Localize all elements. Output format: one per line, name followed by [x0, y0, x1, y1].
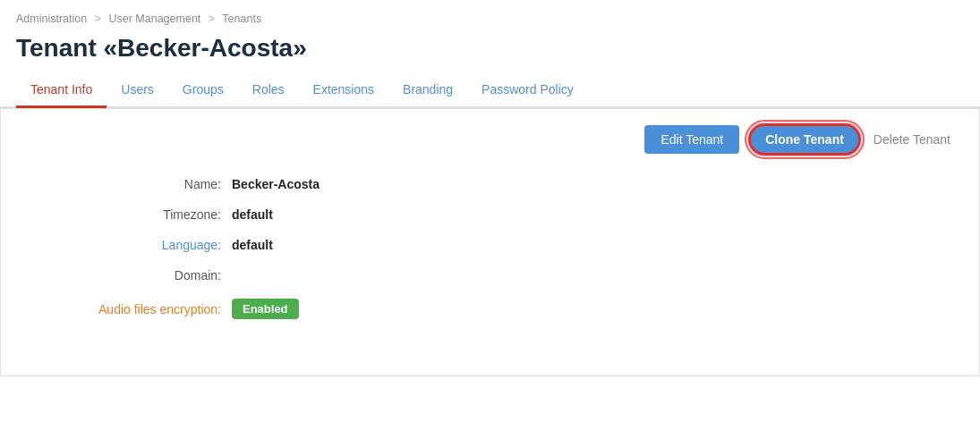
value-timezone: default	[232, 207, 273, 222]
info-table: Name: Becker-Acosta Timezone: default La…	[71, 177, 963, 319]
label-domain: Domain:	[71, 268, 232, 283]
label-audio-encryption: Audio files encryption:	[71, 302, 232, 316]
breadcrumb-user-mgmt[interactable]: User Management	[108, 13, 200, 25]
tab-password-policy[interactable]: Password Policy	[467, 73, 588, 108]
breadcrumb: Administration > User Management > Tenan…	[0, 0, 980, 30]
field-domain: Domain:	[71, 268, 963, 283]
field-audio-encryption: Audio files encryption: Enabled	[71, 299, 963, 319]
tab-groups[interactable]: Groups	[168, 73, 238, 108]
breadcrumb-sep-2: >	[209, 13, 215, 25]
delete-tenant-button[interactable]: Delete Tenant	[870, 125, 954, 154]
value-name: Becker-Acosta	[232, 177, 320, 191]
tab-branding[interactable]: Branding	[388, 73, 467, 108]
tab-roles[interactable]: Roles	[238, 73, 299, 108]
field-language: Language: default	[71, 238, 963, 252]
tab-extensions[interactable]: Extensions	[299, 73, 388, 108]
value-audio-encryption: Enabled	[232, 299, 299, 319]
field-timezone: Timezone: default	[71, 207, 963, 222]
breadcrumb-tenants[interactable]: Tenants	[222, 13, 261, 25]
label-name: Name:	[71, 177, 232, 191]
label-language: Language:	[71, 238, 232, 252]
page-title: Tenant «Becker-Acosta»	[0, 30, 980, 73]
tab-tenant-info[interactable]: Tenant Info	[16, 73, 107, 108]
label-timezone: Timezone:	[71, 207, 232, 222]
content-area: Edit Tenant Clone Tenant Delete Tenant N…	[0, 108, 980, 376]
actions-row: Edit Tenant Clone Tenant Delete Tenant	[17, 123, 963, 156]
tab-users[interactable]: Users	[107, 73, 168, 108]
breadcrumb-sep-1: >	[95, 13, 101, 25]
value-language: default	[232, 238, 273, 252]
edit-tenant-button[interactable]: Edit Tenant	[644, 125, 739, 154]
field-name: Name: Becker-Acosta	[71, 177, 963, 191]
breadcrumb-admin[interactable]: Administration	[16, 13, 87, 25]
clone-tenant-button[interactable]: Clone Tenant	[748, 123, 861, 156]
tabs-bar: Tenant Info Users Groups Roles Extension…	[0, 73, 980, 108]
